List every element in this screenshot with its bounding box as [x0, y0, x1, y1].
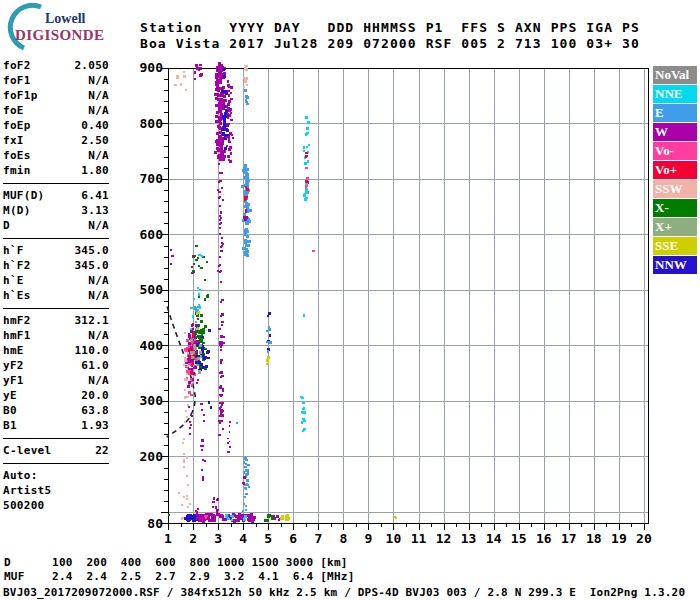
x-tick-label: 7 [314, 531, 322, 546]
param-label: yF2 [3, 359, 24, 374]
param-row-h-e: h`EN/A [3, 274, 109, 289]
param-row-yf2: yF261.0 [3, 359, 109, 374]
legend-item-nnw: NNW [653, 256, 697, 274]
param-value: N/A [88, 289, 109, 304]
param-row-500200: 500200 [3, 499, 109, 514]
param-value: 61.0 [81, 359, 109, 374]
param-value: 63.8 [81, 404, 109, 419]
y-tick-label: 80 [147, 516, 163, 531]
legend-item-e: E [653, 104, 697, 122]
param-value: 345.0 [74, 244, 109, 259]
param-label: foEp [3, 119, 31, 134]
param-row-fof2: foF22.050 [3, 59, 109, 74]
legend-item-ssw: SSW [653, 180, 697, 198]
x-tick-label: 3 [214, 531, 222, 546]
param-row-h-es: h`EsN/A [3, 289, 109, 304]
param-value: N/A [88, 374, 109, 389]
profile-curve [167, 307, 196, 437]
x-tick-label: 12 [436, 531, 452, 546]
x-tick-label: 1 [164, 531, 172, 546]
param-row-h-f2: h`F2345.0 [3, 259, 109, 274]
param-label: yE [3, 389, 17, 404]
param-row-fof1: foF1N/A [3, 74, 109, 89]
header-columns-row: Station YYYY DAY DDD HHMMSS P1 FFS S AXN… [140, 20, 640, 35]
param-label: foE [3, 104, 24, 119]
param-value: 1.93 [81, 419, 109, 434]
logo-lowell-text: Lowell [45, 11, 85, 27]
param-value: 1.80 [81, 164, 109, 179]
x-tick-label: 18 [586, 531, 602, 546]
param-row-fxi: fxI2.50 [3, 134, 109, 149]
param-row-hmf2: hmF2312.1 [3, 314, 109, 329]
x-tick-label: 20 [636, 531, 652, 546]
legend-item-noval: NoVal [653, 66, 697, 84]
param-row-b0: B063.8 [3, 404, 109, 419]
param-value: N/A [88, 274, 109, 289]
param-label: foF1p [3, 89, 38, 104]
param-value: 110.0 [74, 344, 109, 359]
directions-legend: NoValNNEEWVo-Vo+SSWX-X+SSENNW [653, 66, 697, 275]
legend-item-nne: NNE [653, 85, 697, 103]
param-label: C-level [3, 444, 51, 459]
param-row-muf-d-: MUF(D)6.41 [3, 189, 109, 204]
param-value: N/A [88, 329, 109, 344]
param-label: B1 [3, 419, 17, 434]
digisonde-logo: Lowell DIGISONDE [6, 3, 131, 53]
param-label: fxI [3, 134, 24, 149]
param-row-hmf1: hmF1N/A [3, 329, 109, 344]
param-row-hme: hmE110.0 [3, 344, 109, 359]
param-value: 6.41 [81, 189, 109, 204]
x-tick-label: 16 [536, 531, 552, 546]
x-tick-label: 13 [461, 531, 477, 546]
param-row-foe: foEN/A [3, 104, 109, 119]
param-row-foes: foEsN/A [3, 149, 109, 164]
header-values-row: Boa Vista 2017 Jul28 209 072000 RSF 005 … [140, 36, 640, 51]
legend-item-vo-: Vo+ [653, 161, 697, 179]
y-tick-label: 300 [140, 393, 164, 408]
param-value: 345.0 [74, 259, 109, 274]
axis-ticks [161, 69, 645, 531]
param-label: hmE [3, 344, 24, 359]
x-tick-label: 10 [386, 531, 402, 546]
param-row-d: DN/A [3, 219, 109, 234]
param-value: N/A [88, 89, 109, 104]
param-label: foEs [3, 149, 31, 164]
axis-tick-labels: 1234567891011121314151617181920900800700… [140, 60, 652, 546]
plot-frame [169, 69, 649, 524]
param-label: Auto: [3, 469, 38, 484]
x-tick-label: 6 [289, 531, 297, 546]
y-tick-label: 900 [140, 60, 164, 75]
legend-item-x-: X- [653, 199, 697, 217]
param-separator [3, 183, 109, 184]
param-label: h`F [3, 244, 24, 259]
legend-item-x-: X+ [653, 218, 697, 236]
param-row-m-d-: M(D)3.13 [3, 204, 109, 219]
param-value: 20.0 [81, 389, 109, 404]
param-row-yf1: yF1N/A [3, 374, 109, 389]
x-tick-label: 15 [511, 531, 527, 546]
x-tick-label: 17 [561, 531, 577, 546]
param-value: 0.40 [81, 119, 109, 134]
x-tick-label: 2 [189, 531, 197, 546]
y-tick-label: 500 [140, 282, 164, 297]
muf-table-d-row: D 100 200 400 600 800 1000 1500 3000 [km… [4, 556, 348, 569]
y-tick-label: 700 [140, 171, 164, 186]
param-value: N/A [88, 74, 109, 89]
param-label: foF1 [3, 74, 31, 89]
param-label: h`E [3, 274, 24, 289]
y-tick-label: 800 [140, 116, 164, 131]
param-label: hmF2 [3, 314, 31, 329]
x-tick-label: 9 [364, 531, 372, 546]
param-row-fof1p: foF1pN/A [3, 89, 109, 104]
param-value: 2.050 [74, 59, 109, 74]
param-value: 3.13 [81, 204, 109, 219]
x-tick-label: 5 [264, 531, 272, 546]
plot-grid [168, 68, 648, 523]
ionogram-page: Lowell DIGISONDE Station YYYY DAY DDD HH… [0, 0, 700, 600]
param-value: N/A [88, 149, 109, 164]
param-separator [3, 438, 109, 439]
param-label: fmin [3, 164, 31, 179]
param-row-foep: foEp0.40 [3, 119, 109, 134]
param-value: N/A [88, 219, 109, 234]
y-tick-label: 200 [140, 449, 164, 464]
